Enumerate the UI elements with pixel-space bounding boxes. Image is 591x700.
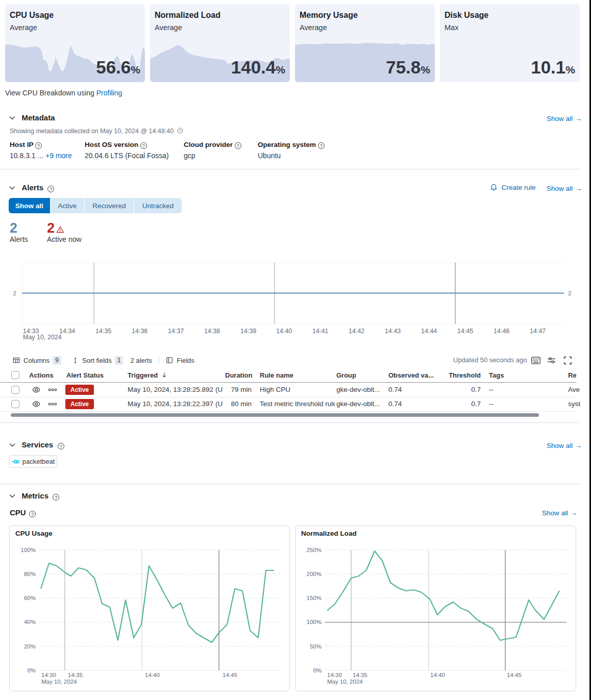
- svg-text:14:46: 14:46: [494, 328, 509, 335]
- svg-text:14:45: 14:45: [223, 672, 237, 678]
- svg-text:14:35: 14:35: [95, 328, 111, 335]
- svg-text:100%: 100%: [307, 619, 322, 625]
- svg-text:May 10, 2024: May 10, 2024: [327, 679, 363, 685]
- svg-text:2: 2: [13, 290, 16, 296]
- svg-text:14:45: 14:45: [507, 672, 522, 678]
- svg-text:0%: 0%: [27, 667, 36, 673]
- svg-text:14:42: 14:42: [349, 328, 364, 335]
- svg-text:14:35: 14:35: [353, 672, 367, 678]
- svg-text:250%: 250%: [307, 547, 322, 553]
- svg-text:14:30: 14:30: [41, 672, 56, 678]
- svg-text:14:36: 14:36: [132, 328, 147, 335]
- svg-text:14:41: 14:41: [312, 328, 328, 335]
- svg-text:14:35: 14:35: [68, 672, 83, 678]
- svg-text:200%: 200%: [307, 571, 322, 577]
- svg-text:60%: 60%: [24, 595, 36, 601]
- svg-text:2: 2: [568, 290, 571, 296]
- svg-text:14:40: 14:40: [276, 328, 292, 335]
- svg-text:14:45: 14:45: [457, 328, 473, 335]
- svg-text:14:43: 14:43: [385, 328, 401, 335]
- svg-text:80%: 80%: [24, 571, 36, 577]
- svg-text:150%: 150%: [307, 595, 322, 601]
- svg-text:14:40: 14:40: [145, 672, 160, 678]
- svg-text:14:44: 14:44: [421, 328, 437, 335]
- svg-text:0%: 0%: [313, 667, 322, 673]
- svg-text:100%: 100%: [21, 547, 36, 553]
- svg-text:20%: 20%: [24, 643, 36, 649]
- svg-text:14:30: 14:30: [327, 672, 342, 678]
- svg-text:14:38: 14:38: [204, 328, 220, 335]
- svg-text:14:47: 14:47: [530, 328, 546, 335]
- svg-text:May 10, 2024: May 10, 2024: [41, 679, 77, 685]
- svg-text:50%: 50%: [310, 643, 322, 649]
- svg-text:14:40: 14:40: [430, 672, 445, 678]
- svg-text:14:37: 14:37: [168, 328, 184, 335]
- svg-text:14:39: 14:39: [240, 328, 256, 335]
- svg-text:May 10, 2024: May 10, 2024: [23, 334, 62, 341]
- svg-text:40%: 40%: [24, 619, 36, 625]
